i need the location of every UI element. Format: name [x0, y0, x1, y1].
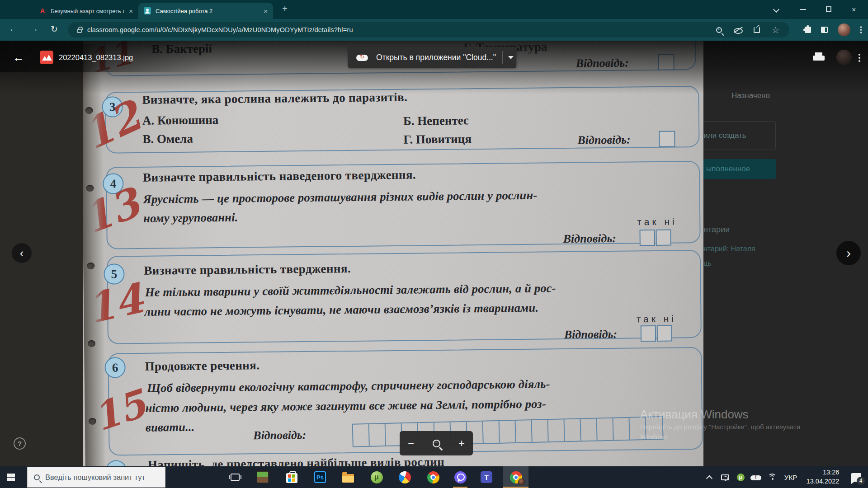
q7-title: Напишіть, де представлено найбільше виді…	[148, 455, 445, 466]
q5-answer-box-no	[657, 325, 672, 342]
worksheet-photo[interactable]: 11 В. Бактерії Г. Температура Відповідь:…	[83, 41, 703, 466]
q5-yes-no-label: так ні	[636, 313, 676, 324]
q4-answer-label: Відповідь:	[563, 232, 617, 246]
help-button[interactable]: ?	[14, 437, 26, 450]
utorrent-icon: µ	[371, 471, 383, 483]
microsoft-store-icon	[286, 473, 297, 483]
viewer-back-arrow-icon[interactable]: ←	[13, 51, 24, 65]
windows-activation-watermark-line3: Windows	[640, 433, 668, 441]
tray-network[interactable]	[764, 466, 780, 488]
bookmark-star-icon[interactable]: ☆	[772, 26, 779, 34]
chrome-profile-badge	[518, 479, 525, 485]
preview-blocked-eye-icon[interactable]	[734, 27, 742, 33]
tray-cast[interactable]	[717, 466, 733, 488]
q3-answer-label: Відповідь:	[577, 133, 631, 147]
page-zoom-icon[interactable]	[716, 27, 722, 33]
tab2-favicon-person-icon	[144, 7, 151, 14]
taskbar-app-store[interactable]	[281, 466, 302, 488]
q3-option-b: Б. Непентес	[403, 113, 469, 128]
start-button[interactable]	[0, 466, 22, 488]
cloud-app-icon	[355, 54, 369, 61]
tray-onedrive[interactable]	[748, 466, 764, 488]
task-view-button[interactable]	[224, 466, 246, 488]
system-tray: µ УКР 13:26 13.04.2022 4	[702, 466, 868, 488]
q3-option-g: Г. Повитиця	[403, 132, 472, 147]
print-icon[interactable]	[813, 52, 825, 62]
browser-menu-kebab-icon[interactable]	[860, 29, 862, 31]
attachment-viewer: Назначено или создать ыполненное нтарии …	[0, 41, 868, 466]
tab-casino-site[interactable]: A Безумный азарт смотреть онла ×	[33, 3, 138, 19]
tray-language[interactable]: УКР	[780, 466, 801, 488]
q4-statement-line2: ному угрупованні.	[143, 211, 238, 225]
image-attachment-icon	[40, 51, 53, 64]
zoom-magnifier-icon[interactable]	[433, 440, 440, 447]
viewer-menu-kebab-icon[interactable]	[859, 57, 860, 59]
next-attachment-button[interactable]: ›	[836, 241, 861, 265]
q4-answer-box-yes	[639, 230, 655, 246]
tab-strip: A Безумный азарт смотреть онла × Самості…	[0, 0, 868, 19]
q6-number-badge: 6	[104, 357, 125, 378]
taskbar-app-utorrent[interactable]: µ	[366, 466, 387, 488]
tray-clock[interactable]: 13:26 13.04.2022	[801, 466, 844, 488]
tab2-title: Самостійна робота 2	[156, 8, 212, 14]
add-or-create-button[interactable]: или создать	[703, 131, 746, 140]
button-divider	[502, 51, 503, 64]
tab2-close-icon[interactable]: ×	[264, 7, 268, 15]
taskbar-app-chrome[interactable]	[422, 466, 444, 488]
taskbar-app-minecraft[interactable]	[252, 466, 274, 488]
tray-show-hidden-icons[interactable]	[702, 466, 717, 488]
tray-utorrent[interactable]: µ	[733, 466, 748, 488]
reload-button[interactable]: ↻	[51, 24, 58, 34]
punch-hole	[85, 107, 93, 114]
browser-toolbar: ← → ↻ classroom.google.com/u/0/c/NDIxNjk…	[0, 19, 868, 41]
open-in-app-button[interactable]: Открыть в приложении "Cloud..."	[348, 47, 516, 68]
tab-classroom-active[interactable]: Самостійна робота 2 ×	[138, 3, 273, 19]
punch-hole	[88, 340, 95, 347]
punch-hole	[86, 185, 94, 192]
taskbar-app-chrome-active[interactable]	[503, 466, 528, 488]
language-indicator: УКР	[784, 474, 797, 481]
comments-header: нтарии	[703, 225, 730, 235]
extensions-puzzle-icon[interactable]	[805, 27, 811, 33]
open-in-app-dropdown-caret-icon[interactable]	[508, 56, 514, 59]
clock-date: 13.04.2022	[807, 477, 840, 486]
windows-activation-watermark-line2: Перейдіть до розділу "Настройки", щоб ак…	[640, 423, 800, 431]
new-tab-button[interactable]: +	[278, 4, 291, 14]
window-maximize-button[interactable]	[826, 6, 831, 12]
mark-as-done-button[interactable]: ыполненное	[703, 159, 776, 179]
punch-hole	[87, 263, 94, 269]
window-close-button[interactable]: ×	[852, 6, 856, 14]
taskbar-app-viber[interactable]	[449, 466, 471, 488]
tab1-close-icon[interactable]: ×	[129, 7, 133, 15]
chrome-icon	[427, 471, 439, 483]
search-input[interactable]	[45, 473, 158, 482]
zoom-out-button[interactable]: −	[408, 437, 414, 450]
taskbar-app-photoshop[interactable]: Ps	[309, 466, 331, 488]
beachball-app-icon	[399, 471, 411, 483]
url-text[interactable]: classroom.google.com/u/0/c/NDIxNjkyMDcxN…	[87, 26, 353, 33]
profile-avatar[interactable]	[838, 23, 850, 36]
q7-number-badge: 7	[106, 460, 127, 466]
wifi-icon	[768, 474, 777, 481]
browser-window: A Безумный азарт смотреть онла × Самості…	[0, 0, 868, 488]
viewer-profile-avatar[interactable]	[836, 50, 852, 65]
q6-title: Продовжте речення.	[145, 358, 259, 374]
comment-line: нтарий: Наталя	[703, 245, 755, 253]
share-icon[interactable]	[754, 27, 760, 33]
side-panel-icon[interactable]	[821, 27, 828, 33]
back-button[interactable]: ←	[9, 24, 18, 34]
taskbar-search[interactable]	[27, 467, 165, 488]
taskbar-app-beachball[interactable]	[394, 466, 415, 488]
tray-action-center[interactable]: 4	[844, 466, 868, 488]
taskbar-app-teams[interactable]: T	[476, 466, 497, 488]
taskbar-app-explorer[interactable]	[337, 466, 359, 488]
file-explorer-icon	[342, 474, 354, 483]
forward-button[interactable]: →	[30, 24, 38, 34]
address-bar[interactable]: classroom.google.com/u/0/c/NDIxNjkyMDcxN…	[68, 22, 789, 38]
photoshop-icon: Ps	[314, 471, 326, 483]
previous-attachment-button[interactable]: ‹	[12, 243, 32, 263]
zoom-in-button[interactable]: +	[458, 437, 465, 450]
window-menu-chevron-icon[interactable]	[773, 6, 779, 13]
window-minimize-button[interactable]	[800, 9, 806, 10]
https-lock-icon[interactable]	[77, 29, 82, 33]
